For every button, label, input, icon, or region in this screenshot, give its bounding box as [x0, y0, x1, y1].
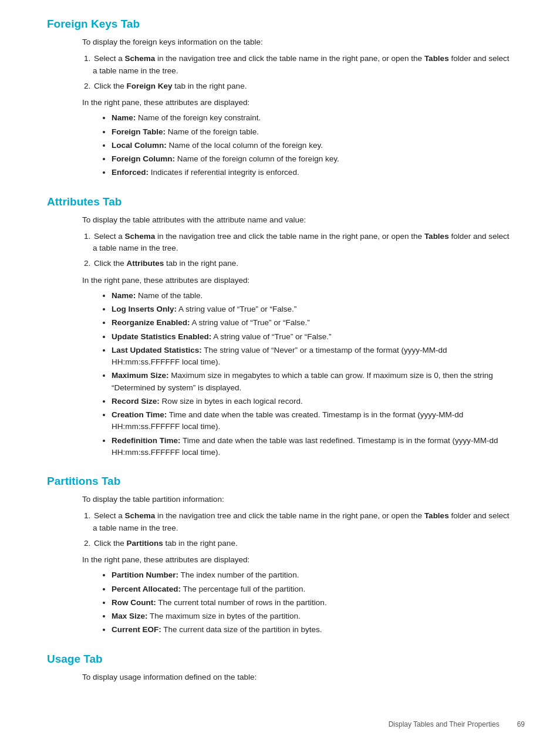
foreign-keys-sub-intro: In the right pane, these attributes are … [82, 97, 513, 109]
step-item: Select a Schema in the navigation tree a… [93, 510, 513, 534]
partitions-sub-intro: In the right pane, these attributes are … [82, 554, 513, 566]
list-item: Name: Name of the table. [112, 290, 513, 302]
usage-title: Usage Tab [47, 653, 513, 666]
step-item: Click the Partitions tab in the right pa… [93, 538, 513, 549]
list-item: Redefinition Time: Time and date when th… [112, 435, 513, 459]
footer-label: Display Tables and Their Properties [389, 720, 500, 728]
list-item: Update Statistics Enabled: A string valu… [112, 331, 513, 343]
step-text: Click the Attributes tab in the right pa… [94, 259, 238, 268]
partitions-title: Partitions Tab [47, 475, 513, 488]
step-item: Click the Attributes tab in the right pa… [93, 258, 513, 269]
partitions-section: Partitions Tab To display the table part… [47, 475, 513, 636]
list-item: Max Size: The maximum size in bytes of t… [112, 610, 513, 622]
attributes-attrs: Name: Name of the table. Log Inserts Onl… [112, 290, 513, 458]
list-item: Current EOF: The current data size of th… [112, 624, 513, 636]
usage-section: Usage Tab To display usage information d… [47, 653, 513, 683]
foreign-keys-section: Foreign Keys Tab To display the foreign … [47, 18, 513, 179]
step-text: Click the Partitions tab in the right pa… [94, 539, 238, 548]
step-item: Click the Foreign Key tab in the right p… [93, 80, 513, 92]
page-footer: Display Tables and Their Properties 69 [389, 720, 525, 728]
list-item: Foreign Table: Name of the foreign table… [112, 126, 513, 138]
list-item: Percent Allocated: The percentage full o… [112, 583, 513, 595]
step-text: Click the Foreign Key tab in the right p… [94, 82, 247, 90]
partitions-attrs: Partition Number: The index number of th… [112, 569, 513, 636]
attributes-title: Attributes Tab [47, 195, 513, 208]
step-text: Select a Schema in the navigation tree a… [93, 54, 509, 75]
partitions-steps: Select a Schema in the navigation tree a… [82, 510, 513, 549]
step-text: Select a Schema in the navigation tree a… [93, 511, 509, 532]
list-item: Last Updated Statistics: The string valu… [112, 345, 513, 369]
foreign-keys-attrs: Name: Name of the foreign key constraint… [112, 112, 513, 178]
footer-page: 69 [517, 720, 525, 728]
foreign-keys-title: Foreign Keys Tab [47, 18, 513, 31]
list-item: Reorganize Enabled: A string value of “T… [112, 317, 513, 329]
attributes-intro: To display the table attributes with the… [82, 214, 513, 226]
foreign-keys-steps: Select a Schema in the navigation tree a… [82, 53, 513, 92]
page-content: Foreign Keys Tab To display the foreign … [0, 0, 560, 735]
list-item: Log Inserts Only: A string value of “Tru… [112, 303, 513, 315]
step-text: Select a Schema in the navigation tree a… [93, 232, 509, 252]
attributes-steps: Select a Schema in the navigation tree a… [82, 231, 513, 270]
usage-intro: To display usage information defined on … [82, 671, 513, 683]
list-item: Partition Number: The index number of th… [112, 569, 513, 581]
list-item: Enforced: Indicates if referential integ… [112, 167, 513, 178]
list-item: Row Count: The current total number of r… [112, 597, 513, 609]
step-item: Select a Schema in the navigation tree a… [93, 231, 513, 255]
list-item: Creation Time: Time and date when the ta… [112, 409, 513, 433]
step-item: Select a Schema in the navigation tree a… [93, 53, 513, 77]
attributes-sub-intro: In the right pane, these attributes are … [82, 275, 513, 286]
list-item: Record Size: Row size in bytes in each l… [112, 396, 513, 407]
attributes-section: Attributes Tab To display the table attr… [47, 195, 513, 459]
list-item: Name: Name of the foreign key constraint… [112, 112, 513, 124]
list-item: Maximum Size: Maximum size in megabytes … [112, 370, 513, 394]
list-item: Local Column: Name of the local column o… [112, 140, 513, 151]
foreign-keys-intro: To display the foreign keys information … [82, 36, 513, 48]
partitions-intro: To display the table partition informati… [82, 494, 513, 505]
list-item: Foreign Column: Name of the foreign colu… [112, 153, 513, 165]
